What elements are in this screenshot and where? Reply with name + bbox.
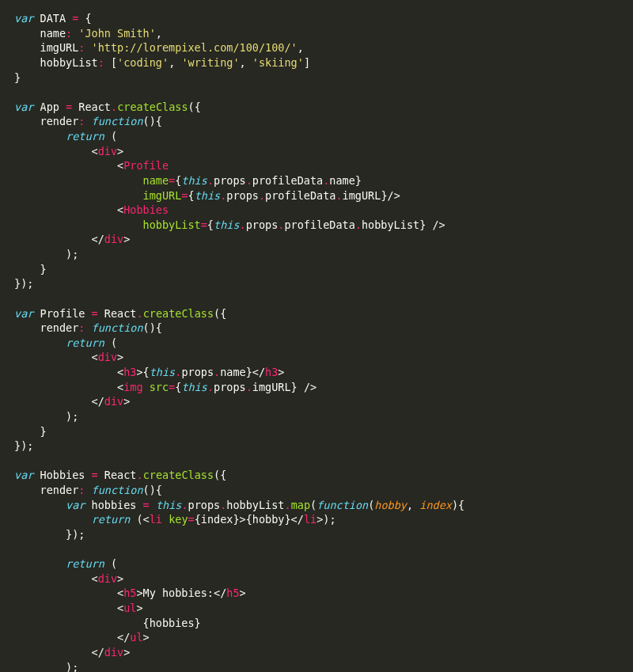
code-block: var DATA = { name: 'John Smith', imgURL:… [0, 0, 633, 672]
code-content: var DATA = { name: 'John Smith', imgURL:… [14, 12, 529, 672]
